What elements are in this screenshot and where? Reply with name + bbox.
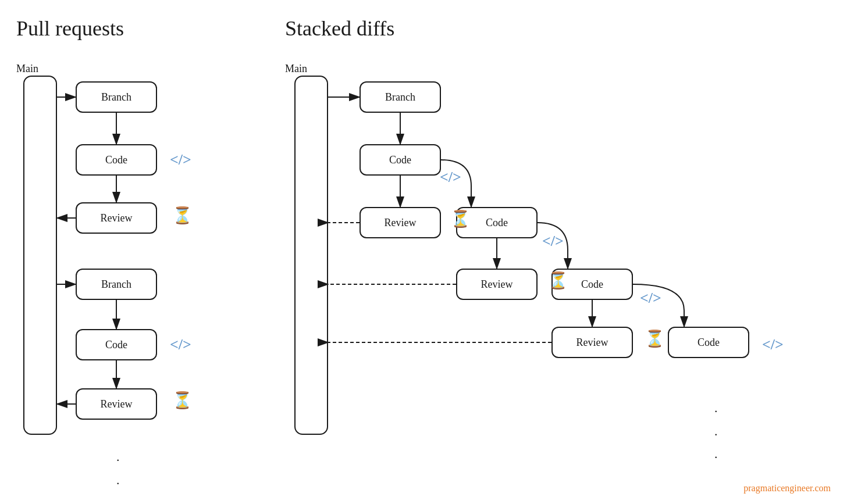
right-dots: ··· [714,400,718,469]
left-hourglass-1: ⏳ [172,206,193,225]
right-review2: Review [456,269,538,300]
right-hourglass-1: ⏳ [450,209,471,228]
left-review2: Review [76,388,157,420]
right-main-label: Main [285,63,307,75]
left-main-label: Main [16,63,38,75]
right-review1: Review [360,207,441,238]
left-branch1: Branch [76,81,157,113]
left-hourglass-2: ⏳ [172,391,193,410]
right-hourglass-2: ⏳ [548,271,568,290]
right-code-icon-2: </> [542,233,564,250]
right-code-icon-3: </> [640,289,661,307]
left-main-rect [23,76,57,435]
right-hourglass-3: ⏳ [645,329,665,348]
right-branch1: Branch [360,81,441,113]
right-code-icon-4: </> [762,336,784,353]
right-code-icon-1: </> [440,169,461,186]
brand-label: pragmaticengineer.com [743,483,831,494]
diagram-arrows [0,0,847,504]
right-review3: Review [551,327,633,358]
left-code-icon-2: </> [170,336,191,353]
left-code1: Code [76,144,157,176]
left-code-icon-1: </> [170,151,191,169]
left-review1: Review [76,202,157,234]
left-code2: Code [76,329,157,360]
right-main-rect [294,76,328,435]
left-title: Pull requests [16,16,124,41]
left-dots: ··· [116,449,120,504]
right-title: Stacked diffs [285,16,394,41]
right-code1: Code [360,144,441,176]
left-branch2: Branch [76,269,157,300]
right-code4: Code [668,327,749,358]
